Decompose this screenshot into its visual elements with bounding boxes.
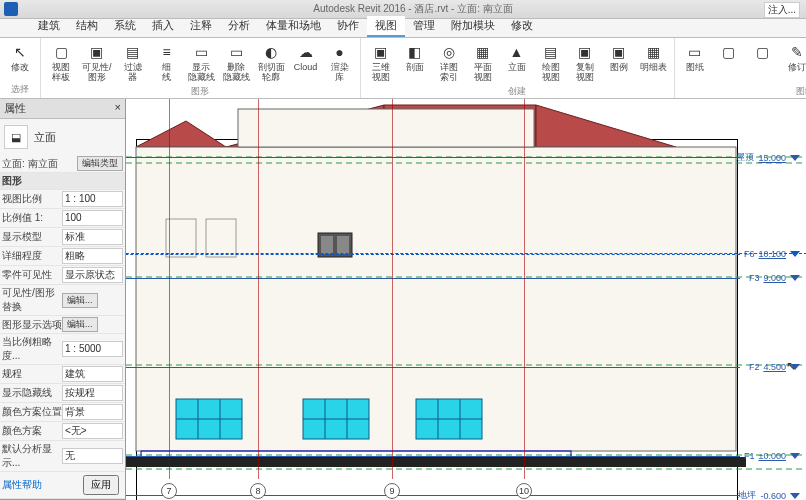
prop-value[interactable]: 标准: [62, 229, 123, 245]
ribbon-tab-修改[interactable]: 修改: [503, 16, 541, 37]
ribbon-label: 显示隐藏线: [188, 63, 215, 83]
ribbon-button[interactable]: ▣复制视图: [569, 40, 601, 85]
prop-key: 显示隐藏线: [2, 386, 62, 400]
group-label: 图纸组合: [679, 85, 806, 98]
grid-bubble: 8: [250, 483, 266, 499]
prop-value[interactable]: 粗略: [62, 248, 123, 264]
elevation-drawing: [126, 99, 806, 500]
ribbon-tab-视图[interactable]: 视图: [367, 16, 405, 37]
svg-rect-16: [337, 236, 349, 254]
ribbon-label: 剖面: [406, 63, 424, 73]
prop-value[interactable]: 1 : 100: [62, 191, 123, 207]
ribbon-button[interactable]: ▤绘图视图: [535, 40, 567, 85]
apply-button[interactable]: 应用: [83, 475, 119, 495]
ribbon-button[interactable]: ▦平面视图: [467, 40, 499, 85]
prop-value[interactable]: 显示原状态: [62, 267, 123, 283]
close-icon[interactable]: ×: [115, 101, 121, 116]
ribbon-tab-附加模块[interactable]: 附加模块: [443, 16, 503, 37]
level-elevation: 15.000: [758, 153, 786, 163]
ribbon-icon: ≡: [157, 42, 177, 62]
ribbon-icon: ▦: [473, 42, 493, 62]
ribbon-label: 三维视图: [372, 63, 390, 83]
properties-help-link[interactable]: 属性帮助: [2, 478, 62, 492]
type-label: 立面: [34, 130, 56, 145]
prop-edit-button[interactable]: 编辑...: [62, 293, 98, 308]
ribbon-button[interactable]: ▭图纸: [679, 40, 711, 75]
level-elevation: 4.500: [763, 362, 786, 372]
ribbon-button[interactable]: ▣三维视图: [365, 40, 397, 85]
ribbon-tab-建筑[interactable]: 建筑: [30, 16, 68, 37]
ribbon-label: 视图样板: [52, 63, 70, 83]
ribbon-tab-插入[interactable]: 插入: [144, 16, 182, 37]
section-line[interactable]: [126, 253, 806, 254]
ribbon-button[interactable]: ◎详图索引: [433, 40, 465, 85]
ribbon-button[interactable]: ▤过滤器: [117, 40, 149, 85]
ribbon-button[interactable]: ●渲染库: [324, 40, 356, 85]
level-head-icon: [790, 155, 800, 161]
svg-rect-5: [238, 109, 534, 147]
edit-type-button[interactable]: 编辑类型: [77, 156, 123, 171]
prop-edit-button[interactable]: 编辑...: [62, 317, 98, 332]
ribbon-tab-管理[interactable]: 管理: [405, 16, 443, 37]
level-marker-F1[interactable]: F1±0.000: [737, 451, 800, 461]
grid-line-10[interactable]: 10: [516, 483, 532, 499]
ribbon-label: 图例: [610, 63, 628, 73]
svg-marker-2: [536, 105, 676, 147]
prop-value[interactable]: 1 : 5000: [62, 341, 123, 357]
ribbon-button[interactable]: ▭删除隐藏线: [220, 40, 253, 85]
level-marker-F3[interactable]: F39.000: [741, 273, 800, 283]
ribbon-button[interactable]: ▭显示隐藏线: [185, 40, 218, 85]
grid-bubble: 9: [384, 483, 400, 499]
prop-value[interactable]: <无>: [62, 423, 123, 439]
ribbon-tab-系统[interactable]: 系统: [106, 16, 144, 37]
ribbon-tab-体量和场地[interactable]: 体量和场地: [258, 16, 329, 37]
level-marker-地坪[interactable]: 地坪-0.600: [738, 489, 800, 500]
drawing-canvas[interactable]: 屋顶15.000F610.100F39.000F24.500F1±0.000地坪…: [126, 99, 806, 500]
ribbon-tab-协作[interactable]: 协作: [329, 16, 367, 37]
ribbon-button[interactable]: ☁Cloud: [290, 40, 322, 75]
prop-value[interactable]: 100: [62, 210, 123, 226]
prop-key: 显示模型: [2, 230, 62, 244]
properties-title: 属性: [4, 101, 26, 116]
ribbon-icon: ◐: [261, 42, 281, 62]
grid-line-7[interactable]: 7: [161, 483, 177, 499]
level-head-icon: [790, 275, 800, 281]
level-marker-F6[interactable]: F610.100: [736, 249, 800, 259]
level-marker-屋顶[interactable]: 屋顶15.000: [736, 151, 800, 164]
ribbon-tab-结构[interactable]: 结构: [68, 16, 106, 37]
ribbon-button[interactable]: ≡细线: [151, 40, 183, 85]
app-logo-icon: [4, 2, 18, 16]
ribbon-tab-分析[interactable]: 分析: [220, 16, 258, 37]
ribbon-button[interactable]: ▣图例: [603, 40, 635, 75]
prop-key: 规程: [2, 367, 62, 381]
ribbon-icon: ▣: [609, 42, 629, 62]
ribbon-button[interactable]: ✎修订: [781, 40, 806, 75]
prop-key: 可见性/图形替换: [2, 286, 62, 314]
qat-item[interactable]: 注入...: [764, 2, 800, 18]
grid-line-8[interactable]: 8: [250, 483, 266, 499]
ribbon-button[interactable]: ▢: [747, 40, 779, 65]
ribbon-group-创建: ▣三维视图◧剖面◎详图索引▦平面视图▲立面▤绘图视图▣复制视图▣图例▦明细表创建: [361, 38, 675, 98]
ribbon-button[interactable]: ▢: [713, 40, 745, 65]
ribbon-button[interactable]: ↖修改: [4, 40, 36, 75]
ribbon-icon: ▭: [191, 42, 211, 62]
ribbon-label: 复制视图: [576, 63, 594, 83]
ribbon-button[interactable]: ▢视图样板: [45, 40, 77, 85]
ribbon-button[interactable]: ◧剖面: [399, 40, 431, 75]
level-head-icon: [790, 493, 800, 499]
group-label: 图形: [45, 85, 356, 98]
level-name: F3: [741, 273, 759, 283]
prop-value[interactable]: 无: [62, 448, 123, 464]
ribbon-button[interactable]: ◐剖切面轮廓: [255, 40, 288, 85]
ribbon-button[interactable]: ▲立面: [501, 40, 533, 75]
prop-value[interactable]: 背景: [62, 404, 123, 420]
prop-value[interactable]: 按规程: [62, 385, 123, 401]
level-marker-F2[interactable]: F24.500: [741, 362, 800, 372]
prop-value[interactable]: 建筑: [62, 366, 123, 382]
ribbon-button[interactable]: ▦明细表: [637, 40, 670, 75]
ribbon-button[interactable]: ▣可见性/图形: [79, 40, 115, 85]
grid-line-9[interactable]: 9: [384, 483, 400, 499]
ribbon-tab-注释[interactable]: 注释: [182, 16, 220, 37]
ribbon-icon: ◎: [439, 42, 459, 62]
selector-label[interactable]: 立面: 南立面: [2, 157, 77, 171]
